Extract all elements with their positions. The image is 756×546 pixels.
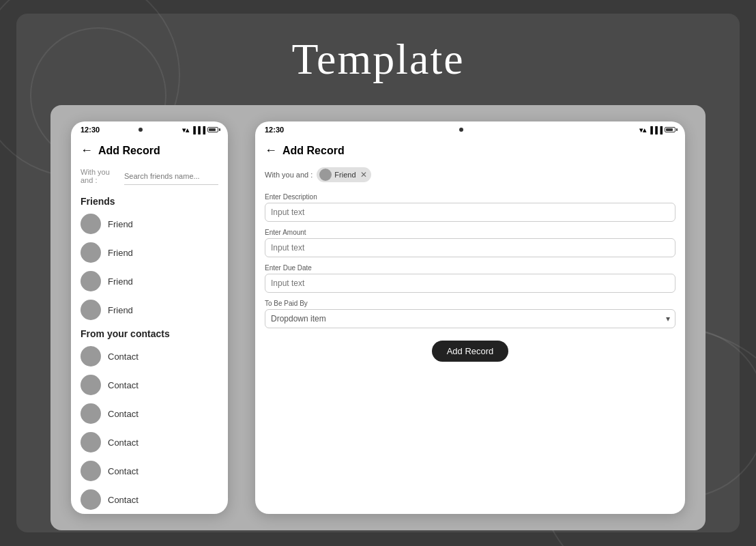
avatar [81, 346, 101, 367]
with-you-row: With you and : Friend ✕ [255, 164, 685, 189]
friend-name: Friend [108, 276, 133, 287]
battery-icon-left [207, 127, 218, 132]
description-input[interactable] [265, 203, 675, 222]
list-item[interactable]: Contact [71, 371, 228, 399]
friend-name: Friend [108, 248, 133, 258]
contact-name: Contact [108, 495, 139, 505]
due-date-label: Enter Due Date [265, 264, 675, 272]
list-item[interactable]: Friend [71, 267, 228, 296]
status-dot-right [459, 128, 463, 132]
status-dot-left [139, 128, 143, 132]
outer-frame: Template 12:30 ▾▴ ▐▐▐ ← Add Record [16, 14, 740, 532]
contacts-list: Contact Contact Contact Contact Contact [71, 342, 228, 514]
contact-name: Contact [108, 437, 139, 448]
search-friends-input[interactable] [124, 167, 218, 185]
chip-label: Friend [334, 171, 355, 179]
signal-icon-left: ▐▐▐ [191, 126, 205, 134]
status-bar-right: 12:30 ▾▴ ▐▐▐ [255, 121, 685, 138]
friend-name: Friend [108, 219, 133, 229]
list-item[interactable]: Friend [71, 296, 228, 324]
phone-right: 12:30 ▾▴ ▐▐▐ ← Add Record With you and : [255, 121, 685, 514]
add-record-button[interactable]: Add Record [432, 341, 509, 362]
due-date-group: Enter Due Date [265, 264, 675, 293]
phone-left: 12:30 ▾▴ ▐▐▐ ← Add Record With you and : [71, 121, 228, 514]
status-bar-left: 12:30 ▾▴ ▐▐▐ [71, 121, 228, 138]
avatar [81, 242, 101, 263]
amount-label: Enter Amount [265, 229, 675, 236]
signal-icon-right: ▐▐▐ [648, 126, 663, 134]
phone-header-right: ← Add Record [255, 138, 685, 164]
avatar [81, 271, 101, 291]
list-item[interactable]: Friend [71, 238, 228, 267]
paid-by-select-wrapper: Dropdown item [265, 309, 675, 328]
friend-chip[interactable]: Friend ✕ [317, 167, 370, 182]
contact-name: Contact [108, 466, 139, 476]
contact-name: Contact [108, 380, 139, 390]
description-label: Enter Description [265, 193, 675, 201]
list-item[interactable]: Contact [71, 485, 228, 514]
status-icons-right: ▾▴ ▐▐▐ [639, 126, 675, 134]
amount-group: Enter Amount [265, 229, 675, 257]
friend-name: Friend [108, 305, 133, 315]
avatar [81, 214, 101, 234]
paid-by-dropdown[interactable]: Dropdown item [265, 309, 675, 328]
status-time-right: 12:30 [265, 126, 284, 134]
back-arrow-left[interactable]: ← [81, 143, 93, 158]
status-icons-left: ▾▴ ▐▐▐ [182, 126, 218, 134]
with-you-label-left: With you and : [81, 168, 121, 184]
amount-input[interactable] [265, 238, 675, 257]
avatar [81, 489, 101, 510]
list-item[interactable]: Friend [71, 210, 228, 238]
paid-by-group: To Be Paid By Dropdown item [265, 300, 675, 328]
description-group: Enter Description [265, 193, 675, 222]
avatar [81, 403, 101, 424]
phone-header-left: ← Add Record [71, 138, 228, 164]
paid-by-label: To Be Paid By [265, 300, 675, 307]
avatar [81, 432, 101, 452]
wifi-icon-right: ▾▴ [639, 126, 646, 134]
page-title: Template [291, 34, 464, 85]
list-item[interactable]: Contact [71, 399, 228, 428]
friends-list: Friend Friend Friend Friend [71, 210, 228, 324]
search-row: With you and : [71, 164, 228, 192]
list-item[interactable]: Contact [71, 457, 228, 485]
header-title-left: Add Record [98, 145, 160, 157]
wifi-icon-left: ▾▴ [182, 126, 189, 134]
list-item[interactable]: Contact [71, 342, 228, 371]
header-title-right: Add Record [282, 145, 345, 157]
phones-container: 12:30 ▾▴ ▐▐▐ ← Add Record With you and : [50, 105, 706, 530]
chip-avatar [319, 169, 332, 181]
back-arrow-right[interactable]: ← [265, 143, 277, 158]
list-item[interactable]: Contact [71, 428, 228, 457]
contact-name: Contact [108, 351, 139, 362]
battery-icon-right [665, 127, 675, 132]
avatar [81, 461, 101, 481]
avatar [81, 300, 101, 320]
with-you-label-right: With you and : [265, 171, 312, 179]
friends-section-label: Friends [71, 192, 228, 210]
chip-close-icon[interactable]: ✕ [360, 170, 367, 179]
status-time-left: 12:30 [81, 126, 100, 134]
avatar [81, 375, 101, 395]
contact-name: Contact [108, 409, 139, 419]
contacts-section-label: From your contacts [71, 324, 228, 342]
add-record-form: Enter Description Enter Amount Enter Due… [255, 189, 685, 366]
due-date-input[interactable] [265, 274, 675, 293]
